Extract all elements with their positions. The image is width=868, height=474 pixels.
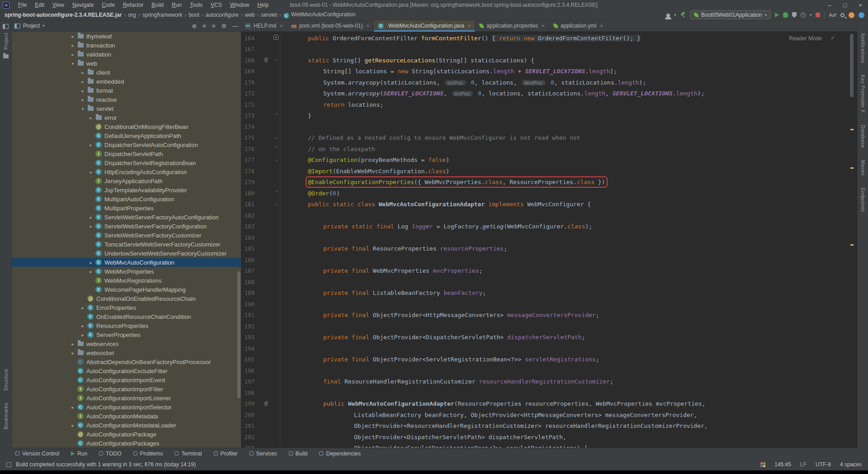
stripe-endpoints-label[interactable]: Endpoints [860,188,866,212]
search-everywhere-icon[interactable] [840,13,844,17]
tree-collapsed-arrow-icon[interactable]: ▸ [87,260,95,265]
tree-item-httpencodingautoconfiguration[interactable]: ▸CHttpEncodingAutoConfiguration [12,167,241,176]
tree-item-servletwebserverfactoryconfiguration[interactable]: ▸CServletWebServerFactoryConfiguration [12,222,241,231]
toolwindow-profiler[interactable]: Profiler [214,450,238,457]
warning-stripe-mark[interactable] [850,244,854,246]
project-toolwindow-icon[interactable] [3,24,9,29]
tree-item-autoconfigurationpackages[interactable]: CAutoConfigurationPackages [12,439,241,448]
tree-collapsed-arrow-icon[interactable]: ▸ [79,332,87,337]
tree-item-tomcatservletwebserverfactorycustomizer[interactable]: CTomcatServletWebServerFactoryCustomizer [12,240,241,249]
fold-start-icon[interactable]: ⌄ [275,445,278,448]
tree-item-autoconfigurationexcludefilter[interactable]: CAutoConfigurationExcludeFilter [12,366,241,375]
build-hammer-icon[interactable] [680,12,686,18]
stripe-bookmarks-label[interactable]: Bookmarks [3,403,9,430]
tree-item-webmvcautoconfiguration[interactable]: ▸CWebMvcAutoConfiguration [12,258,241,267]
toolwindow-version-control[interactable]: Version Control [15,450,59,457]
menu-item-code[interactable]: Code [98,0,119,10]
tree-item-servlet[interactable]: ▾servlet [12,104,241,113]
fold-start-icon[interactable]: ⌄ [275,134,278,139]
tree-item-dispatcherservletregistrationbean[interactable]: CDispatcherServletRegistrationBean [12,158,241,167]
user-icon[interactable] [666,14,670,16]
breadcrumb-item[interactable]: servlet [261,12,277,18]
tree-collapsed-arrow-icon[interactable]: ▸ [69,341,77,346]
run-configuration-select[interactable]: Boot05Web01Application ▾ [690,10,771,19]
toolwindow-services[interactable]: Services [250,450,277,457]
user-dropdown-icon[interactable]: ▾ [674,13,676,17]
tree-item-web[interactable]: ▾web [12,59,241,68]
stripe-key-promoter-x-label[interactable]: Key Promoter X [860,75,866,113]
indent-setting[interactable]: 4 spaces [840,461,862,468]
tab-close-icon[interactable]: × [542,23,544,28]
tree-collapsed-arrow-icon[interactable]: ▸ [87,215,95,220]
tree-scrollbar[interactable] [237,271,241,398]
tree-item-webmvcregistrations[interactable]: IWebMvcRegistrations [12,276,241,285]
toolwindow-dependencies[interactable]: Dependencies [319,450,361,457]
tree-item-autoconfigurationmetadata[interactable]: IAutoConfigurationMetadata [12,412,241,421]
tree-item-welcomepagehandlermapping[interactable]: CWelcomePageHandlerMapping [12,285,241,294]
project-view-dropdown-icon[interactable]: ▾ [42,24,45,28]
tree-item-onenabledresourcechaincondition[interactable]: COnEnabledResourceChainCondition [12,312,241,321]
tree-collapsed-arrow-icon[interactable]: ▸ [79,88,87,93]
stripe-project-label[interactable]: Project [3,33,9,50]
tree-item-jsptemplateavailabilityprovider[interactable]: CJspTemplateAvailabilityProvider [12,185,241,194]
code-editor[interactable]: 164+public OrderedFormContentFilter form… [241,32,857,448]
layout-icon[interactable] [6,462,11,467]
tree-item-thymeleaf[interactable]: ▸thymeleaf [12,32,241,41]
file-encoding[interactable]: UTF-8 [816,461,831,468]
toolwindow-terminal[interactable]: Terminal [175,450,202,457]
memory-indicator-icon[interactable] [760,462,765,467]
menu-item-refactor[interactable]: Refactor [119,0,147,10]
tree-collapsed-arrow-icon[interactable]: ▸ [79,70,87,75]
translate-icon[interactable]: A⇄ [829,12,836,18]
tree-collapsed-arrow-icon[interactable]: ▸ [69,405,77,410]
locate-icon[interactable]: ⊕ [192,23,197,29]
tree-collapsed-arrow-icon[interactable]: ▸ [79,79,87,84]
tree-item-servletwebserverfactorycustomizer[interactable]: CServletWebServerFactoryCustomizer [12,231,241,240]
profiler-dropdown-icon[interactable]: ▾ [810,13,812,17]
tree-item-transaction[interactable]: ▸transaction [12,41,241,50]
tree-collapsed-arrow-icon[interactable]: ▸ [87,170,95,175]
tree-item-webservices[interactable]: ▸webservices [12,339,241,348]
hide-panel-icon[interactable]: — [232,23,238,29]
run-button[interactable] [775,13,779,17]
warning-stripe-mark[interactable] [850,167,854,169]
menu-item-window[interactable]: Window [226,0,254,10]
stripe-database-label[interactable]: Database [860,125,866,148]
inspection-status-icon[interactable]: ✓ [830,34,835,41]
tree-item-resourceproperties[interactable]: ▸CResourceProperties [12,321,241,330]
toolwindow-build[interactable]: Build [289,450,308,457]
tree-expanded-arrow-icon[interactable]: ▾ [79,106,87,111]
tree-item-autoconfigurationpackage[interactable]: @AutoConfigurationPackage [12,430,241,439]
tree-collapsed-arrow-icon[interactable]: ▸ [79,323,87,328]
annotation-gutter-icon[interactable]: @ [264,400,268,407]
breadcrumb-item[interactable]: autoconfigure [206,12,239,18]
reader-mode-label[interactable]: Reader Mode [789,35,822,42]
tab-pom-xml-boot-05-web-01-[interactable]: mpom.xml (boot-05-web-01)× [287,20,374,31]
breadcrumb-item[interactable]: org [128,12,136,18]
menu-item-help[interactable]: Help [253,0,273,10]
collapse-all-icon[interactable]: ≡ [212,23,216,29]
tree-collapsed-arrow-icon[interactable]: ▸ [87,224,95,229]
editor-scrollbar-thumb[interactable] [850,34,854,97]
editor-scrollbar[interactable] [849,32,855,448]
menu-item-edit[interactable]: Edit [31,0,48,10]
breadcrumb-item[interactable]: spring-boot-autoconfigure-2.3.4.RELEASE.… [5,12,122,18]
tree-item-websocket[interactable]: ▸websocket [12,348,241,357]
fold-end-icon[interactable]: ⌃ [275,112,278,117]
coverage-button[interactable] [792,12,797,18]
tree-collapsed-arrow-icon[interactable]: ▸ [69,52,77,57]
fold-end-icon[interactable]: ⌃ [275,190,278,194]
tree-item-error[interactable]: ▸error [12,113,241,122]
menu-item-file[interactable]: File [14,0,31,10]
debug-button[interactable] [783,12,788,18]
project-panel-title[interactable]: Project [23,23,40,29]
tree-expanded-arrow-icon[interactable]: ▾ [69,61,77,66]
tree-item-conditionalonenabledresourcechain[interactable]: @ConditionalOnEnabledResourceChain [12,294,241,303]
folder-icon[interactable] [3,54,9,58]
tab-help-md[interactable]: MDHELP.md× [241,20,287,31]
caret-position[interactable]: 145:45 [774,461,791,468]
tree-item-errorproperties[interactable]: ▸CErrorProperties [12,303,241,312]
tree-collapsed-arrow-icon[interactable]: ▸ [87,115,95,120]
tree-collapsed-arrow-icon[interactable]: ▸ [69,34,77,39]
tree-collapsed-arrow-icon[interactable]: ▸ [87,269,95,274]
